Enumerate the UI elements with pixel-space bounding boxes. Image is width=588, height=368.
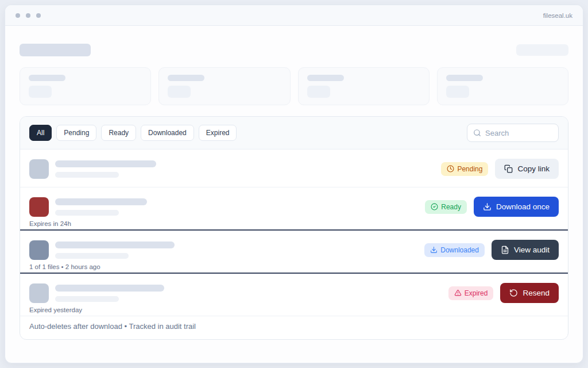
filter-tab-pending[interactable]: Pending — [56, 125, 96, 141]
file-thumbnail — [29, 159, 49, 179]
stat-card — [437, 67, 568, 105]
stat-value-skeleton — [29, 86, 52, 98]
row-meta-text: Expires in 24h — [29, 220, 559, 227]
file-thumbnail — [29, 240, 49, 260]
list-footer-note: Auto-deletes after download • Tracked in… — [20, 316, 568, 339]
filter-tab-expired[interactable]: Expired — [199, 125, 237, 141]
page-title-skeleton — [20, 44, 91, 56]
search-box[interactable] — [467, 124, 559, 142]
download-icon — [483, 202, 492, 211]
window-dot-icon[interactable] — [16, 13, 20, 18]
search-input[interactable] — [485, 129, 552, 137]
file-detail-skeleton — [55, 253, 129, 259]
copy-link-label: Copy link — [517, 164, 550, 173]
status-badge-label: Ready — [441, 203, 461, 211]
download-once-button[interactable]: Download once — [474, 197, 559, 217]
file-name-skeleton — [55, 160, 156, 167]
header-action-skeleton — [516, 44, 568, 56]
download-once-label: Download once — [496, 202, 550, 211]
copy-icon — [504, 164, 513, 173]
filter-tab-downloaded[interactable]: Downloaded — [141, 125, 194, 141]
row-meta-text: Expired yesterday — [29, 306, 559, 313]
status-badge-label: Expired — [465, 289, 488, 297]
window-controls — [16, 13, 41, 18]
document-icon — [501, 246, 509, 254]
stat-card — [20, 67, 151, 105]
clock-icon — [447, 165, 454, 172]
copy-link-button[interactable]: Copy link — [495, 159, 559, 179]
filter-tab-ready[interactable]: Ready — [101, 125, 136, 141]
check-circle-icon — [431, 203, 438, 210]
file-list-panel: All Pending Ready Downloaded Expired — [20, 116, 568, 340]
page-content: All Pending Ready Downloaded Expired — [5, 26, 583, 340]
file-name-skeleton — [55, 285, 164, 292]
file-name-skeleton — [55, 198, 147, 205]
stat-label-skeleton — [307, 75, 344, 81]
file-thumbnail — [29, 197, 49, 217]
stat-value-skeleton — [307, 86, 330, 98]
view-audit-button[interactable]: View audit — [492, 240, 559, 260]
stat-label-skeleton — [29, 75, 65, 81]
browser-window: fileseal.uk — [5, 5, 583, 363]
stat-card — [298, 67, 430, 105]
file-detail-skeleton — [55, 172, 119, 178]
resend-label: Resend — [523, 289, 550, 297]
download-icon — [430, 246, 438, 254]
file-detail-skeleton — [55, 210, 119, 216]
window-dot-icon[interactable] — [36, 13, 41, 18]
row-meta-text: 1 of 1 files • 2 hours ago — [29, 263, 559, 270]
address-url: fileseal.uk — [543, 12, 572, 19]
stat-label-skeleton — [168, 75, 204, 81]
refresh-icon — [509, 289, 518, 297]
resend-button[interactable]: Resend — [500, 283, 559, 303]
page-header — [20, 44, 568, 56]
stat-value-skeleton — [168, 86, 191, 98]
file-row-ready: Ready Download once Expires in 24h — [20, 187, 568, 229]
file-row-downloaded: Downloaded View audit 1 of 1 files • 2 h… — [20, 229, 568, 274]
stat-value-skeleton — [446, 86, 469, 98]
status-badge-pending: Pending — [441, 162, 488, 176]
status-badge-expired: Expired — [448, 286, 494, 300]
window-dot-icon[interactable] — [26, 13, 30, 18]
file-thumbnail — [29, 283, 49, 303]
warning-triangle-icon — [454, 289, 462, 297]
search-icon — [473, 129, 481, 137]
status-badge-label: Pending — [457, 165, 482, 173]
status-badge-ready: Ready — [425, 200, 467, 214]
filter-tabs: All Pending Ready Downloaded Expired — [29, 125, 237, 141]
view-audit-label: View audit — [514, 246, 550, 254]
filter-tab-all[interactable]: All — [29, 125, 52, 141]
file-name-skeleton — [55, 241, 175, 248]
status-badge-downloaded: Downloaded — [424, 243, 485, 257]
file-detail-skeleton — [55, 296, 119, 302]
stat-card — [158, 67, 290, 105]
file-row-expired: Expired Resend Expired yesterday — [20, 274, 568, 316]
stat-label-skeleton — [446, 75, 483, 81]
file-row-pending: Pending Copy link — [20, 150, 568, 187]
status-badge-label: Downloaded — [440, 246, 479, 254]
stat-cards — [20, 67, 568, 105]
list-toolbar: All Pending Ready Downloaded Expired — [20, 117, 568, 150]
browser-chrome-bar: fileseal.uk — [5, 5, 583, 26]
